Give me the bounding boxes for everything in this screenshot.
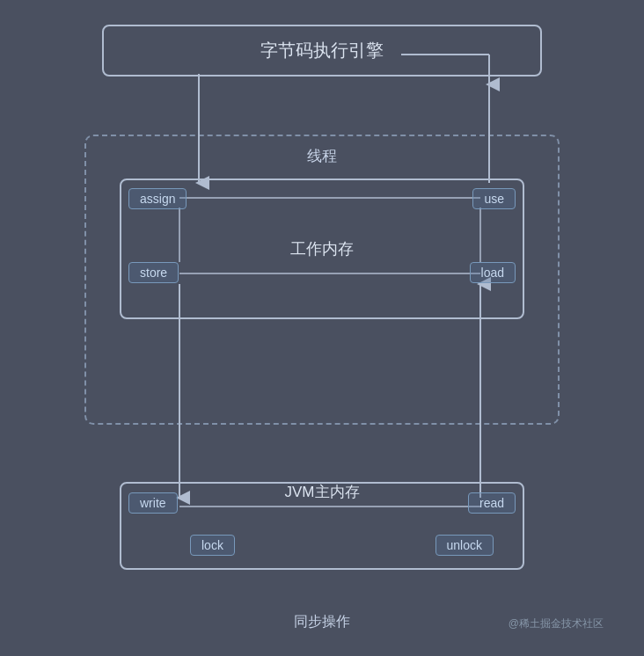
read-label: read [468, 492, 516, 514]
bytecode-engine-label: 字节码执行引擎 [260, 40, 384, 60]
assign-label: assign [128, 188, 187, 209]
store-label: store [128, 262, 179, 283]
load-label: load [470, 262, 516, 283]
write-label: write [128, 492, 178, 514]
unlock-label: unlock [435, 535, 494, 556]
credit-label: @稀土掘金技术社区 [509, 616, 604, 631]
working-memory-label: 工作内存 [290, 238, 354, 259]
main-memory-label-text: JVM主内存 [285, 482, 360, 502]
diagram-container: 字节码执行引擎 线程 工作内存 assign use store load JV… [23, 16, 621, 640]
use-label: use [472, 188, 516, 209]
sync-operations-label: 同步操作 [294, 613, 350, 631]
bytecode-engine-box: 字节码执行引擎 [102, 25, 542, 77]
thread-label: 线程 [307, 146, 337, 166]
lock-label: lock [190, 535, 235, 556]
